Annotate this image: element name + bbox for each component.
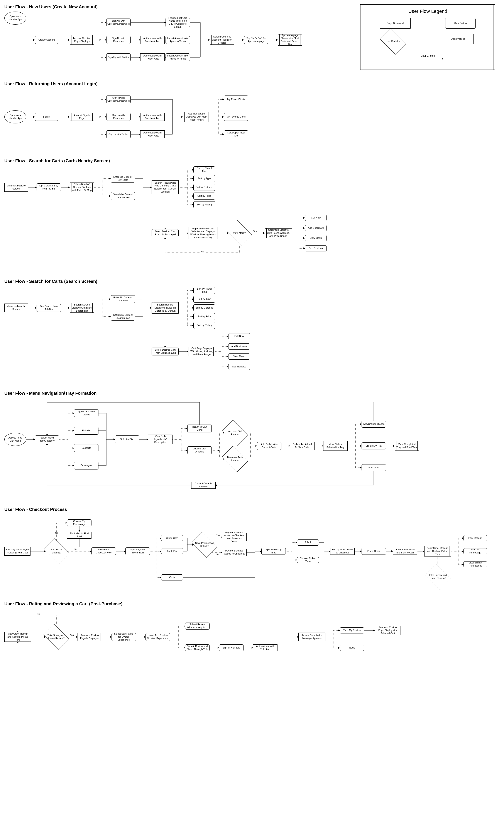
asap-button[interactable]: ASAP	[297, 540, 319, 546]
call-now-button[interactable]: Call Now	[305, 215, 327, 221]
carts-nearby-page: "Carts Nearby" Screen Displays with Full…	[70, 183, 94, 192]
call-now-button[interactable]: Call Now	[228, 333, 250, 339]
view-my-review-button[interactable]: View My Review	[340, 627, 364, 633]
cash-button[interactable]: Cash	[161, 575, 183, 580]
current-location-button[interactable]: Search by Current Location Icon	[111, 313, 135, 321]
signin-facebook-button[interactable]: Sign In with Facebook	[106, 113, 131, 121]
beverages-button[interactable]: Beverages	[74, 462, 98, 469]
select-star-button[interactable]: Select Star Rating for Overall Experienc…	[111, 633, 136, 641]
add-bookmark-button[interactable]: Add Bookmark	[305, 225, 327, 231]
enter-zip-button[interactable]: Enter Zip Code or City/State	[111, 295, 135, 303]
survey-decision[interactable]: Take Survey and Leave Review?	[427, 569, 448, 584]
desserts-button[interactable]: Desserts	[74, 444, 98, 452]
view-more-decision[interactable]: View More?	[229, 225, 250, 241]
entrees-button[interactable]: Entreés	[74, 427, 98, 434]
sort-travel-button[interactable]: Sort by Travel Time	[193, 287, 215, 294]
sort-rating-button[interactable]: Sort by Rating	[193, 201, 215, 208]
view-dishes-page: View Dishes Selected for Tray	[323, 441, 348, 451]
add-bookmark-button[interactable]: Add Bookmark	[228, 343, 250, 349]
add-dish-button[interactable]: Add Dish(es) to Current Order	[257, 442, 282, 450]
signup-facebook-button[interactable]: Sign Up with Facebook	[106, 36, 131, 44]
auth-facebook-process: Authenticate with Facebook Acct	[140, 36, 165, 44]
leave-text-button[interactable]: Leave Text Review On Your Experience	[145, 633, 170, 641]
import-tw-button[interactable]: Import Account Info/ Agree to Terms	[165, 53, 190, 61]
sign-in-yelp-button[interactable]: Sign-In with Yelp	[219, 644, 244, 651]
create-tray-button[interactable]: Create My Tray	[362, 442, 386, 449]
choose-tip-button[interactable]: Choose Tip Percentage	[67, 519, 91, 526]
tap-carts-nearby-button[interactable]: Tap "Carts Nearby" from Tab Bar	[37, 183, 61, 191]
sort-distance-button[interactable]: Sort by Distance	[193, 184, 215, 191]
signup-twitter-button[interactable]: Sign Up with Twitter	[106, 53, 131, 61]
sign-in-button[interactable]: Sign In	[35, 113, 58, 121]
print-receipt-button[interactable]: Print Receipt	[464, 535, 487, 541]
select-dish-button[interactable]: Select a Dish	[115, 435, 139, 443]
auth-facebook-process: Authenticate with Facebook Acct	[140, 113, 165, 121]
recent-visits-button[interactable]: My Recent Visits	[224, 96, 248, 103]
no-label: No	[37, 613, 41, 615]
add-change-button[interactable]: Add/Change Dishes	[362, 421, 386, 428]
tap-search-button[interactable]: Tap Search from Tab Bar	[37, 304, 61, 312]
submit-no-yelp-button[interactable]: Submit Review Without a Yelp Acct	[185, 622, 210, 630]
sort-type-button[interactable]: Sort by Type	[193, 175, 215, 182]
section-new-users: User Flow - New Users (Create New Accoun…	[4, 4, 500, 68]
specify-pickup-button[interactable]: Specify Pickup Time	[262, 548, 286, 555]
dish-description-page: View Dish Ingredients/ Description	[148, 434, 173, 444]
view-menu-button[interactable]: View Menu	[228, 354, 250, 360]
import-fb-button[interactable]: Import Account Info/ Agree to Terms	[165, 36, 190, 44]
provide-info-button[interactable]: Provide First/Last Name and Home City to…	[165, 18, 190, 27]
rate-review-page: Rate and Review Page is Displayed	[77, 633, 102, 641]
dishes-added-process: Dishes Are Added To Your Order	[290, 442, 314, 450]
select-category-button[interactable]: Select Menu Item/Category	[35, 435, 59, 443]
no-label: No	[74, 548, 78, 551]
section-title: User Flow - Rating and Reviewing a Cart …	[4, 601, 500, 606]
signup-username-button[interactable]: Sign Up with Username/Password	[106, 19, 131, 27]
completed-tray-page: View Completed Tray and Final Total	[395, 441, 419, 451]
enter-zip-button[interactable]: Enter Zip Code or City/State	[111, 175, 135, 183]
view-similar-button[interactable]: View Similar Transactions	[464, 561, 487, 567]
sort-rating-button[interactable]: Sort by Rating	[193, 322, 215, 329]
auth-twitter-process: Authenticate with Twitter Acct	[140, 131, 165, 138]
sort-travel-button[interactable]: Sort by Travel Time	[193, 166, 215, 173]
applepay-button[interactable]: ApplePay	[161, 548, 183, 554]
signin-twitter-button[interactable]: Sign In with Twitter	[106, 131, 131, 138]
sort-price-button[interactable]: Sort by Price	[193, 192, 215, 200]
access-menu: Access Food Cart Menu	[4, 433, 26, 446]
create-account-button[interactable]: Create Account	[35, 36, 58, 44]
see-reviews-button[interactable]: See Reviews	[228, 364, 250, 370]
return-menu-button[interactable]: Return to Cart Menu	[187, 425, 212, 432]
see-reviews-button[interactable]: See Reviews	[305, 245, 327, 252]
appetizers-button[interactable]: Appetizers/ Side Dishes	[74, 409, 98, 417]
choose-amount-button[interactable]: Choose Dish Amount	[187, 446, 212, 454]
proceed-checkout-button[interactable]: Proceed to Checkout Now	[91, 547, 116, 555]
sort-price-button[interactable]: Sort by Price	[193, 313, 215, 320]
input-payment-button[interactable]: Input Payment Information	[125, 547, 150, 555]
choose-pickup-button[interactable]: Choose Pickup Time	[297, 557, 319, 563]
section-title: User Flow - Menu Navigation/Tray Formati…	[4, 391, 500, 396]
visit-cart-homepage-button[interactable]: Visit Cart Homepage	[464, 548, 487, 554]
decrease-decision[interactable]: Decrease Dish Amount	[224, 451, 246, 467]
select-cart-button[interactable]: Select Desired Cart From List Displayed	[151, 347, 179, 356]
carts-near-me-button[interactable]: Carts Open Near Me	[224, 131, 248, 138]
current-location-button[interactable]: Search by Current Location Icon	[111, 192, 135, 200]
homepage-blank: App Homepage Shown with Blank Slate and …	[278, 34, 302, 46]
section-title: User Flow - Search for Carts (Search Scr…	[4, 279, 500, 284]
lets-go-button[interactable]: Tap "Let's Go!" for App Homepage	[244, 36, 268, 44]
order-processed-process: Order is Processed and Sent to Cart	[393, 548, 417, 555]
save-default-decision[interactable]: Save Payment as Default?	[194, 537, 215, 552]
add-tip-decision[interactable]: Add Tip or Gratuity?	[46, 544, 67, 559]
pm-default-process: Payment Method Added to Checkout and Sav…	[222, 533, 247, 541]
submit-yelp-button[interactable]: Submit Review and Share Through Yelp	[185, 644, 210, 651]
signin-username-button[interactable]: Sign In with Username/Password	[106, 96, 131, 103]
view-menu-button[interactable]: View Menu	[305, 235, 327, 241]
select-cart-button[interactable]: Select Desired Cart From List Displayed	[151, 229, 179, 237]
back-button[interactable]: Back	[340, 645, 364, 651]
open-app: Open cart-blanche App	[4, 110, 26, 123]
start-over-button[interactable]: Start Over	[362, 464, 386, 471]
sort-type-button[interactable]: Sort by Type	[193, 296, 215, 303]
favorite-carts-button[interactable]: My Favorite Carts	[224, 113, 248, 121]
credit-card-button[interactable]: Credit Card	[161, 535, 183, 541]
survey-decision[interactable]: Take Survey and Leave Review?	[46, 629, 67, 645]
increase-decision[interactable]: Increase Dish Amount	[224, 425, 246, 441]
place-order-button[interactable]: Place Order	[362, 548, 386, 555]
sort-distance-button[interactable]: Sort by Distance	[193, 304, 215, 311]
